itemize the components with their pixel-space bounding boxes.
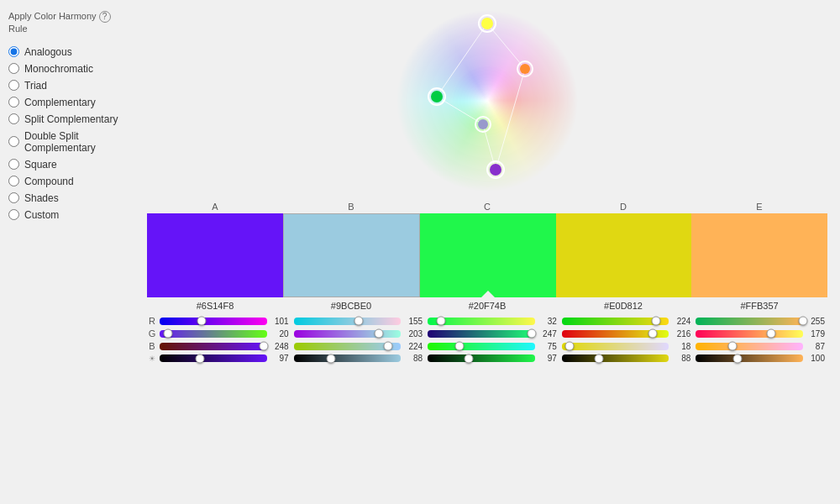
g-track-c[interactable]: [428, 330, 535, 338]
color-wheel[interactable]: [395, 8, 580, 193]
question-icon[interactable]: ?: [99, 11, 111, 23]
g-track-a[interactable]: [160, 330, 267, 338]
radio-split-complementary[interactable]: [8, 113, 19, 124]
br-track-c[interactable]: [428, 354, 535, 362]
sidebar-item-compound[interactable]: Compound: [8, 174, 126, 189]
g-thumb-a[interactable]: [163, 329, 172, 339]
b-slider-c: 75: [425, 342, 559, 351]
radio-square[interactable]: [8, 159, 19, 170]
r-slider-c: 32: [425, 317, 559, 326]
swatch-a[interactable]: [147, 213, 283, 297]
sidebar-item-triad[interactable]: Triad: [8, 78, 126, 93]
g-track-d[interactable]: [562, 330, 669, 338]
g-val-b: 203: [402, 329, 423, 339]
label-c: C: [419, 202, 555, 212]
sidebar-item-square[interactable]: Square: [8, 157, 126, 172]
radio-shades[interactable]: [8, 192, 19, 203]
r-val-c: 32: [537, 317, 557, 326]
g-slider-row: G 20 203 247: [147, 328, 827, 339]
r-thumb-c[interactable]: [437, 317, 446, 326]
r-track-b[interactable]: [294, 318, 402, 325]
g-track-e[interactable]: [696, 330, 803, 338]
r-track-e[interactable]: [696, 318, 803, 325]
g-thumb-e[interactable]: [766, 329, 775, 339]
b-track-e[interactable]: [696, 343, 803, 350]
br-track-a[interactable]: [160, 354, 267, 362]
r-track-a[interactable]: [160, 318, 267, 325]
wheel-area: [147, 8, 827, 193]
sidebar-item-complementary[interactable]: Complementary: [8, 95, 126, 110]
label-complementary: Complementary: [24, 97, 96, 108]
sidebar-item-double-split[interactable]: Double Split Complementary: [8, 129, 126, 155]
b-track-d[interactable]: [562, 343, 669, 350]
r-thumb-b[interactable]: [354, 317, 364, 326]
r-track-c[interactable]: [428, 318, 535, 325]
b-thumb-e[interactable]: [727, 342, 737, 351]
r-track-d[interactable]: [562, 318, 669, 325]
label-double-split: Double Split Complementary: [24, 130, 126, 154]
radio-analogous[interactable]: [8, 46, 19, 57]
br-thumb-d[interactable]: [594, 354, 603, 363]
swatch-d[interactable]: [556, 213, 692, 297]
radio-custom[interactable]: [8, 209, 19, 220]
r-thumb-a[interactable]: [197, 317, 206, 326]
label-monochromatic: Monochromatic: [24, 63, 93, 75]
br-track-d[interactable]: [562, 354, 669, 362]
hex-a[interactable]: #6S14F8: [147, 301, 283, 311]
br-thumb-e[interactable]: [733, 354, 743, 363]
br-val-e: 100: [805, 354, 825, 363]
b-val-c: 75: [537, 342, 557, 351]
br-thumb-b[interactable]: [326, 354, 335, 363]
b-thumb-c[interactable]: [454, 342, 464, 351]
b-thumb-b[interactable]: [383, 342, 392, 351]
swatch-b[interactable]: [283, 213, 421, 297]
radio-complementary[interactable]: [8, 97, 19, 108]
br-val-c: 97: [537, 354, 557, 363]
r-slider-e: 255: [693, 317, 827, 326]
r-thumb-d[interactable]: [652, 317, 661, 326]
g-slider-b: 203: [291, 329, 426, 339]
br-track-e[interactable]: [696, 354, 803, 362]
sidebar-item-split-complementary[interactable]: Split Complementary: [8, 112, 126, 127]
radio-triad[interactable]: [8, 80, 19, 91]
b-track-b[interactable]: [294, 343, 402, 350]
sidebar-item-custom[interactable]: Custom: [8, 207, 126, 223]
b-slider-a: 248: [157, 342, 291, 351]
sidebar-item-shades[interactable]: Shades: [8, 191, 126, 206]
radio-compound[interactable]: [8, 176, 19, 186]
b-slider-row: B 248 224 75: [147, 341, 827, 351]
b-track-a[interactable]: [160, 343, 267, 350]
radio-monochromatic[interactable]: [8, 63, 19, 74]
sidebar: Apply Color Harmony ? Rule Analogous Mon…: [0, 0, 134, 504]
br-track-b[interactable]: [294, 354, 402, 362]
g-track-b[interactable]: [294, 330, 402, 338]
b-track-c[interactable]: [428, 343, 535, 350]
hex-c[interactable]: #20F74B: [419, 301, 555, 311]
g-thumb-d[interactable]: [648, 329, 657, 339]
hex-e[interactable]: #FFB357: [691, 301, 827, 311]
sliders-container: R 101 155: [147, 316, 827, 363]
label-b: B: [283, 202, 419, 212]
label-triad: Triad: [24, 80, 47, 92]
g-thumb-c[interactable]: [527, 329, 536, 339]
radio-double-split[interactable]: [8, 136, 19, 147]
swatch-c[interactable]: [420, 213, 556, 297]
b-thumb-a[interactable]: [260, 342, 269, 351]
hex-b[interactable]: #9BCBE0: [283, 301, 419, 311]
r-thumb-e[interactable]: [798, 317, 807, 326]
main-panel: A B C D E #6S14F8 #9BCBE0 #20F74B #E0D81…: [134, 0, 840, 504]
br-slider-c: 97: [425, 354, 559, 363]
g-thumb-b[interactable]: [375, 329, 384, 339]
b-thumb-d[interactable]: [564, 342, 574, 351]
br-val-a: 97: [269, 354, 289, 363]
hex-d[interactable]: #E0D812: [555, 301, 691, 311]
label-split-complementary: Split Complementary: [24, 113, 118, 125]
br-slider-e: 100: [693, 354, 827, 363]
sidebar-item-analogous[interactable]: Analogous: [8, 45, 126, 60]
sidebar-item-monochromatic[interactable]: Monochromatic: [8, 61, 126, 76]
swatch-e[interactable]: [691, 213, 827, 297]
br-thumb-a[interactable]: [196, 354, 205, 363]
br-thumb-c[interactable]: [464, 354, 473, 363]
label-square: Square: [24, 159, 57, 171]
wheel-container[interactable]: [395, 8, 580, 193]
